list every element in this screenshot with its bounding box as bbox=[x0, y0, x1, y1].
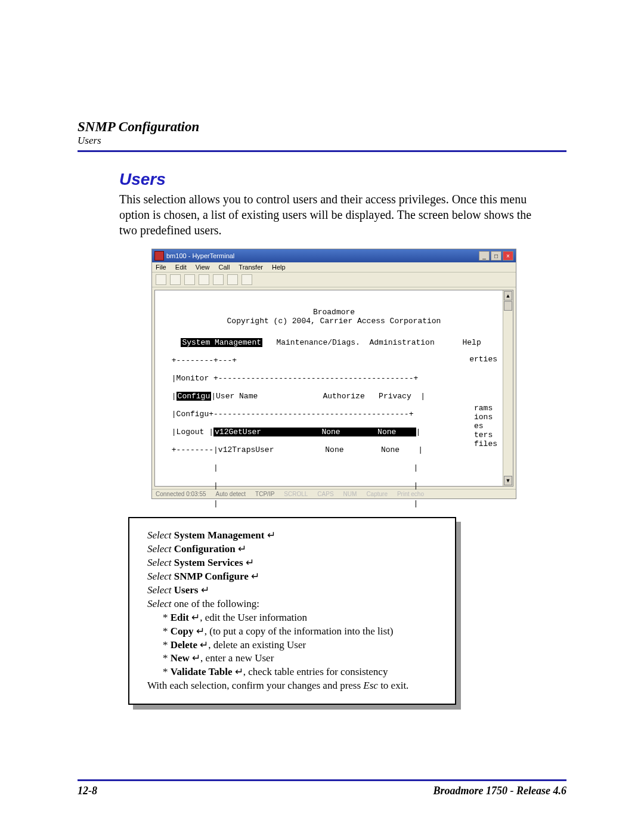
menu-edit[interactable]: Edit bbox=[175, 264, 187, 271]
side-logout[interactable]: Logout bbox=[177, 428, 205, 436]
rule-thick bbox=[78, 779, 566, 781]
toolbar-icon[interactable] bbox=[213, 274, 224, 285]
step-2: Select Configuration ↵ bbox=[147, 543, 444, 556]
menu-view[interactable]: View bbox=[196, 264, 210, 271]
step-3: Select System Services ↵ bbox=[147, 556, 444, 570]
page-number: 12-8 bbox=[78, 785, 97, 797]
menu-bar[interactable]: File Edit View Call Transfer Help bbox=[152, 262, 516, 272]
release-label: Broadmore 1750 - Release 4.6 bbox=[434, 785, 566, 797]
banner-copyright: Copyright (c) 2004, Carrier Access Corpo… bbox=[167, 317, 501, 326]
col-authorize: Authorize bbox=[323, 392, 364, 401]
menu-help[interactable]: Help bbox=[272, 264, 286, 271]
opt-edit: * Edit ↵, edit the User information bbox=[163, 611, 444, 625]
menu-transfer[interactable]: Transfer bbox=[239, 264, 263, 271]
window-title-bar[interactable]: bm100 - HyperTerminal _ □ × bbox=[152, 249, 516, 262]
choose-line: Select one of the following: bbox=[147, 597, 444, 611]
enter-icon: ↵ bbox=[238, 543, 246, 555]
terminal-nav[interactable]: System Management Maintenance/Diags. Adm… bbox=[167, 338, 501, 347]
opt-new: * New ↵, enter a new User bbox=[163, 652, 444, 665]
chapter-subtitle: Users bbox=[78, 135, 566, 147]
enter-icon: ↵ bbox=[196, 625, 205, 637]
section-intro: This selection allows you to control use… bbox=[119, 191, 549, 238]
frag-list: rams ions es ters files bbox=[474, 404, 497, 448]
toolbar-icon[interactable] bbox=[184, 274, 195, 285]
hyperterminal-window: bm100 - HyperTerminal _ □ × File Edit Vi… bbox=[151, 249, 516, 499]
side-configu-selected[interactable]: Configu bbox=[177, 392, 212, 401]
toolbar-icon[interactable] bbox=[242, 274, 252, 285]
opt-delete: * Delete ↵, delete an existing User bbox=[163, 639, 444, 652]
side-monitor[interactable]: Monitor bbox=[177, 374, 209, 383]
enter-icon: ↵ bbox=[235, 666, 243, 677]
toolbar-icon[interactable] bbox=[170, 274, 181, 285]
enter-icon: ↵ bbox=[192, 652, 200, 664]
col-user-name: User Name bbox=[216, 392, 258, 401]
row-v12trapsuser[interactable]: v12TrapsUser None None bbox=[218, 445, 419, 454]
enter-icon: ↵ bbox=[201, 584, 209, 596]
closing-line: With each selection, confirm your change… bbox=[147, 679, 444, 693]
terminal-submenu: +--------+---+ bbox=[167, 356, 501, 365]
app-icon bbox=[154, 251, 164, 261]
maximize-button[interactable]: □ bbox=[491, 251, 501, 261]
enter-icon: ↵ bbox=[191, 612, 200, 623]
nav-administration[interactable]: Administration bbox=[369, 338, 434, 347]
step-4: Select SNMP Configure ↵ bbox=[147, 570, 444, 584]
toolbar-icon[interactable] bbox=[199, 274, 209, 285]
chapter-title: SNMP Configuration bbox=[78, 119, 566, 135]
page-footer: 12-8 Broadmore 1750 - Release 4.6 bbox=[78, 778, 566, 797]
toolbar-icon[interactable] bbox=[227, 274, 238, 285]
side-configu[interactable]: Configu bbox=[177, 410, 209, 419]
nav-help[interactable]: Help bbox=[463, 338, 481, 347]
rule-thick bbox=[78, 150, 566, 152]
tool-bar[interactable] bbox=[152, 272, 516, 287]
frag-erties: erties bbox=[469, 355, 497, 364]
enter-icon: ↵ bbox=[200, 639, 208, 651]
row-v12getuser[interactable]: v12GetUser None None bbox=[213, 428, 416, 436]
col-privacy: Privacy bbox=[379, 392, 411, 401]
step-1: Select System Management ↵ bbox=[147, 529, 444, 543]
toolbar-icon[interactable] bbox=[156, 274, 166, 285]
close-button[interactable]: × bbox=[503, 251, 513, 261]
section-heading: Users bbox=[119, 170, 549, 189]
opt-copy: * Copy ↵, (to put a copy of the informat… bbox=[163, 625, 444, 639]
instruction-box: Select System Management ↵ Select Config… bbox=[128, 517, 456, 705]
opt-validate: * Validate Table ↵, check table entries … bbox=[163, 665, 444, 679]
step-5: Select Users ↵ bbox=[147, 584, 444, 597]
menu-call[interactable]: Call bbox=[219, 264, 230, 271]
nav-maintenance-diags[interactable]: Maintenance/Diags. bbox=[276, 338, 360, 347]
enter-icon: ↵ bbox=[246, 557, 254, 568]
chapter-header: SNMP Configuration Users bbox=[78, 119, 566, 152]
menu-file[interactable]: File bbox=[156, 264, 166, 271]
enter-icon: ↵ bbox=[267, 529, 275, 541]
window-title: bm100 - HyperTerminal bbox=[166, 252, 234, 259]
minimize-button[interactable]: _ bbox=[479, 251, 490, 261]
banner-title: Broadmore bbox=[167, 308, 501, 317]
enter-icon: ↵ bbox=[251, 571, 259, 582]
terminal-viewport: ▲ ▼ BroadmoreCopyright (c) 2004, Carrier… bbox=[154, 290, 513, 487]
nav-system-management[interactable]: System Management bbox=[181, 338, 262, 347]
